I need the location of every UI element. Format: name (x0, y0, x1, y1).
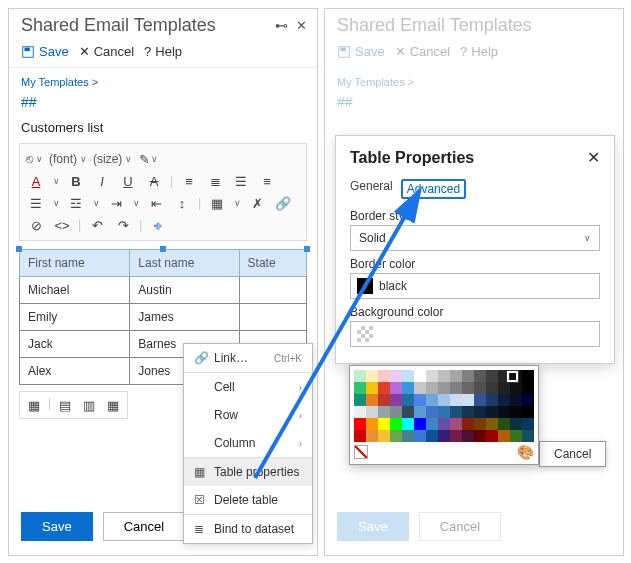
tab-general[interactable]: General (350, 179, 393, 199)
color-swatch[interactable] (354, 394, 366, 406)
color-swatch[interactable] (366, 394, 378, 406)
font-select[interactable]: (font)∨ (49, 152, 87, 166)
ctx-delete-table[interactable]: ☒Delete table (184, 486, 312, 514)
table-op-4[interactable]: ▦ (103, 396, 123, 414)
number-list-button[interactable]: ☲ (66, 194, 86, 212)
color-swatch[interactable] (522, 430, 534, 442)
color-swatch[interactable] (366, 382, 378, 394)
color-swatch[interactable] (474, 394, 486, 406)
color-swatch[interactable] (354, 418, 366, 430)
color-swatch[interactable] (486, 430, 498, 442)
table-cell[interactable]: Michael (20, 277, 130, 304)
color-swatch[interactable] (414, 370, 426, 382)
color-swatch[interactable] (450, 406, 462, 418)
color-swatch[interactable] (462, 418, 474, 430)
tab-advanced[interactable]: Advanced (401, 179, 466, 199)
strike-button[interactable]: A (144, 172, 164, 190)
help-button[interactable]: ? Help (144, 44, 182, 59)
color-swatch[interactable] (462, 394, 474, 406)
color-swatch[interactable] (366, 418, 378, 430)
picker-cancel-button[interactable]: Cancel (539, 441, 606, 467)
dialog-close-icon[interactable]: ✕ (587, 148, 600, 167)
border-style-select[interactable]: Solid ∨ (350, 225, 600, 251)
color-swatch[interactable] (522, 394, 534, 406)
table-cell[interactable]: James (130, 304, 239, 331)
color-swatch[interactable] (438, 418, 450, 430)
no-color-button[interactable] (354, 445, 368, 459)
color-swatch[interactable] (414, 382, 426, 394)
highlight-button[interactable]: ✎∨ (138, 150, 158, 168)
redo-button[interactable]: ↷ (113, 216, 133, 234)
color-swatch[interactable] (438, 430, 450, 442)
color-swatch[interactable] (414, 394, 426, 406)
color-swatch[interactable] (402, 406, 414, 418)
ctx-bind-dataset[interactable]: ≣Bind to dataset (184, 515, 312, 543)
color-swatch[interactable] (414, 430, 426, 442)
breadcrumb[interactable]: My Templates > (9, 68, 317, 90)
italic-button[interactable]: I (92, 172, 112, 190)
color-swatch[interactable] (522, 370, 534, 382)
color-swatch[interactable] (510, 406, 522, 418)
color-swatch[interactable] (366, 370, 378, 382)
color-swatch[interactable] (378, 382, 390, 394)
color-swatch[interactable] (354, 406, 366, 418)
color-swatch[interactable] (438, 394, 450, 406)
color-swatch[interactable] (450, 394, 462, 406)
color-swatch[interactable] (498, 418, 510, 430)
color-swatch[interactable] (450, 418, 462, 430)
heading-select[interactable]: ⎋∨ (26, 152, 43, 166)
table-cell[interactable] (239, 277, 306, 304)
bottom-cancel-button[interactable]: Cancel (103, 512, 185, 541)
color-swatch[interactable] (450, 430, 462, 442)
table-cell[interactable]: Emily (20, 304, 130, 331)
ctx-table-properties[interactable]: ▦Table properties (184, 458, 312, 486)
color-swatch[interactable] (390, 394, 402, 406)
color-swatch[interactable] (354, 370, 366, 382)
outdent-button[interactable]: ⇤ (146, 194, 166, 212)
bottom-save-right[interactable]: Save (337, 512, 409, 541)
color-swatch[interactable] (498, 430, 510, 442)
color-swatch[interactable] (522, 382, 534, 394)
align-justify-button[interactable]: ≡ (257, 172, 277, 190)
color-swatch[interactable] (522, 418, 534, 430)
color-swatch[interactable] (390, 430, 402, 442)
table-header[interactable]: Last name (130, 250, 239, 277)
border-color-input[interactable]: black (350, 273, 600, 299)
breadcrumb-right[interactable]: My Templates > (325, 68, 623, 90)
color-swatch[interactable] (510, 394, 522, 406)
color-swatch[interactable] (450, 382, 462, 394)
color-swatch[interactable] (378, 370, 390, 382)
table-op-1[interactable]: ▦ (24, 396, 44, 414)
table-row[interactable]: EmilyJames (20, 304, 307, 331)
align-center-button[interactable]: ≣ (205, 172, 225, 190)
color-swatch[interactable] (438, 382, 450, 394)
color-swatch[interactable] (474, 382, 486, 394)
color-swatch[interactable] (390, 382, 402, 394)
color-swatch[interactable] (390, 406, 402, 418)
save-button-right[interactable]: Save (337, 44, 385, 59)
color-swatch[interactable] (378, 394, 390, 406)
color-swatch[interactable] (462, 382, 474, 394)
font-color-button[interactable]: A (26, 172, 46, 190)
color-swatch[interactable] (378, 406, 390, 418)
color-swatch[interactable] (522, 406, 534, 418)
align-right-button[interactable]: ☰ (231, 172, 251, 190)
indent-button[interactable]: ⇥ (106, 194, 126, 212)
color-swatch[interactable] (486, 394, 498, 406)
color-swatch[interactable] (402, 418, 414, 430)
custom-color-icon[interactable]: 🎨 (517, 444, 534, 460)
color-swatch[interactable] (498, 394, 510, 406)
color-swatch[interactable] (426, 370, 438, 382)
color-swatch[interactable] (486, 418, 498, 430)
color-swatch[interactable] (426, 382, 438, 394)
color-swatch[interactable] (486, 406, 498, 418)
line-height-button[interactable]: ↕ (172, 194, 192, 212)
table-cell[interactable] (239, 304, 306, 331)
color-swatch[interactable] (474, 406, 486, 418)
bg-color-input[interactable] (350, 321, 600, 347)
close-icon[interactable]: ✕ (296, 18, 307, 33)
ctx-row[interactable]: Row› (184, 401, 312, 429)
color-swatch[interactable] (474, 418, 486, 430)
insert-button[interactable]: ⎆ (148, 216, 168, 234)
color-swatch[interactable] (426, 406, 438, 418)
